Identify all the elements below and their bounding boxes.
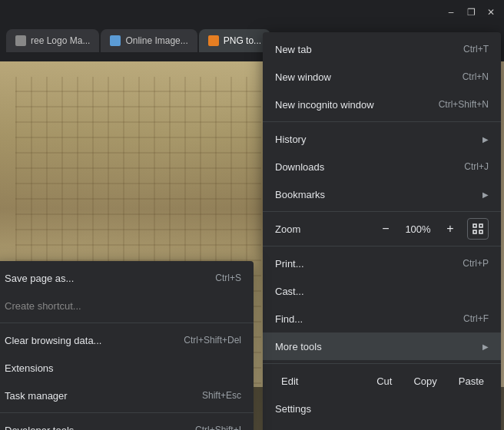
zoom-row: Zoom − 100% + (263, 215, 501, 243)
divider-3 (263, 246, 501, 246)
submenu-clear-browsing[interactable]: Clear browsing data... Ctrl+Shift+Del (0, 326, 254, 354)
history-arrow: ▶ (482, 135, 489, 144)
zoom-fullscreen-button[interactable] (467, 218, 489, 240)
zoom-value: 100% (403, 223, 433, 235)
chrome-menu: New tab Ctrl+T New window Ctrl+N New inc… (263, 32, 501, 430)
more-tools-arrow: ▶ (482, 342, 489, 351)
submenu-developer-tools[interactable]: Developer tools Ctrl+Shift+I (0, 416, 254, 430)
divider-4 (263, 363, 501, 364)
svg-rect-1 (479, 224, 482, 227)
menu-item-bookmarks[interactable]: Bookmarks ▶ (263, 180, 501, 208)
svg-rect-3 (479, 230, 482, 233)
submenu-divider-2 (0, 412, 254, 413)
menu-item-print[interactable]: Print... Ctrl+P (263, 250, 501, 277)
edit-row: Edit Cut Copy Paste (263, 367, 501, 395)
menu-item-more-tools[interactable]: More tools ▶ (263, 332, 501, 360)
submenu-create-shortcut[interactable]: Create shortcut... (0, 292, 254, 319)
tab-0-favicon (15, 35, 26, 46)
submenu-more-tools: Save page as... Ctrl+S Create shortcut..… (0, 261, 254, 430)
divider-1 (263, 121, 501, 122)
menu-item-downloads[interactable]: Downloads Ctrl+J (263, 153, 501, 180)
restore-button[interactable]: ❐ (461, 2, 481, 22)
tab-0[interactable]: ree Logo Ma... (6, 29, 99, 52)
menu-item-history[interactable]: History ▶ (263, 125, 501, 153)
submenu-extensions[interactable]: Extensions (0, 354, 254, 382)
tab-1[interactable]: Online Image... (101, 29, 197, 52)
submenu-save-page[interactable]: Save page as... Ctrl+S (0, 264, 254, 292)
menu-item-find[interactable]: Find... Ctrl+F (263, 305, 501, 332)
menu-item-new-window[interactable]: New window Ctrl+N (263, 63, 501, 91)
title-bar: – ❐ ✕ (0, 0, 504, 25)
menu-item-settings[interactable]: Settings (263, 395, 501, 422)
minimize-button[interactable]: – (441, 2, 461, 22)
submenu-divider-1 (0, 322, 254, 323)
divider-2 (263, 211, 501, 212)
tab-2-favicon (208, 35, 219, 46)
zoom-out-button[interactable]: − (375, 218, 396, 240)
close-button[interactable]: ✕ (481, 2, 501, 22)
paste-button[interactable]: Paste (448, 372, 495, 390)
submenu-task-manager[interactable]: Task manager Shift+Esc (0, 382, 254, 409)
menu-item-new-tab[interactable]: New tab Ctrl+T (263, 35, 501, 63)
copy-button[interactable]: Copy (403, 372, 447, 390)
menu-item-incognito[interactable]: New incognito window Ctrl+Shift+N (263, 91, 501, 118)
svg-rect-0 (473, 224, 476, 227)
menu-item-cast[interactable]: Cast... (263, 277, 501, 305)
svg-rect-2 (473, 230, 476, 233)
menu-item-help[interactable]: Help ▶ (263, 422, 501, 430)
tab-1-favicon (110, 35, 121, 46)
zoom-in-button[interactable]: + (439, 218, 461, 240)
fullscreen-icon (472, 223, 483, 234)
cut-button[interactable]: Cut (366, 372, 403, 390)
bookmarks-arrow: ▶ (482, 190, 489, 199)
zoom-controls: − 100% + (375, 218, 489, 240)
tab-2[interactable]: PNG to... (199, 29, 270, 52)
